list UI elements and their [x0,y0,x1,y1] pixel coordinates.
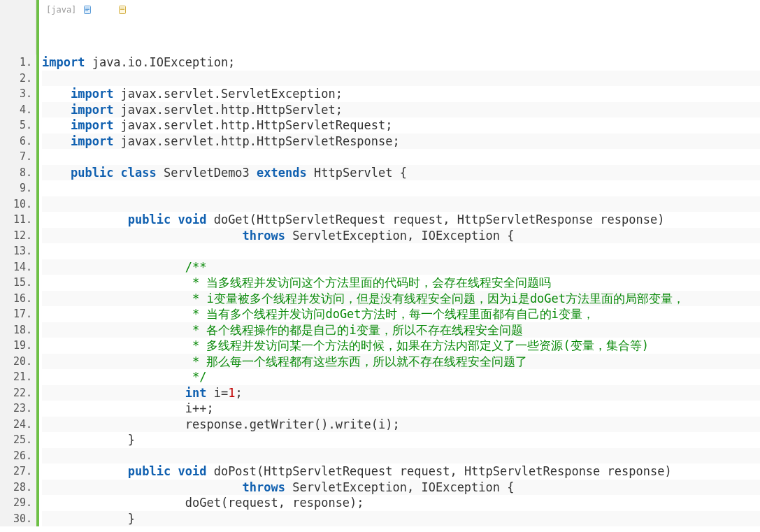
code-line[interactable]: int i=1; [42,385,760,401]
code-token-cmt: */ [185,370,207,384]
line-number: 24. [0,417,32,433]
code-token-kw: import [42,55,85,69]
code-editor[interactable]: [java] 1.2.3.4.5.6.7.8.9.10.11.12.13.14.… [36,0,760,526]
code-token-cmt: /** [185,260,207,274]
svg-rect-3 [85,10,88,11]
line-number: 11. [0,212,32,228]
code-token-txt: doPost(HttpServletRequest request, HttpS… [206,464,671,478]
line-number: 19. [0,338,32,354]
code-line[interactable]: public void doPost(HttpServletRequest re… [42,463,760,480]
code-line[interactable] [42,196,760,213]
line-number: 9. [0,180,32,196]
code-token-txt: javax.servlet.http.HttpServletResponse; [113,134,399,148]
code-line[interactable]: import javax.servlet.http.HttpServletReq… [42,117,760,134]
code-token-txt: ServletException, IOException { [285,229,515,243]
code-line[interactable]: public void doGet(HttpServletRequest req… [42,212,760,228]
line-number: 26. [0,448,32,464]
code-line[interactable]: import javax.servlet.http.HttpServletRes… [42,134,760,150]
code-line[interactable]: * 当有多个线程并发访问doGet方法时，每一个线程里面都有自己的i变量， [42,306,760,322]
code-token-cmt: * i变量被多个线程并发访问，但是没有线程安全问题，因为i是doGet方法里面的… [185,292,684,305]
code-content[interactable]: import java.io.IOException; import javax… [36,55,760,526]
code-line[interactable]: * 当多线程并发访问这个方法里面的代码时，会存在线程安全问题吗 [42,275,760,291]
code-token-num: 1 [228,386,235,400]
line-number: 5. [0,117,32,134]
svg-rect-2 [85,9,89,10]
svg-rect-6 [120,9,124,10]
code-token-txt: HttpServlet { [307,166,407,180]
language-label: [java] [46,5,76,15]
line-number: 6. [0,134,32,150]
code-token-txt: javax.servlet.http.HttpServlet; [113,103,343,117]
code-token-kw: throws [243,480,285,494]
code-line[interactable] [42,180,760,196]
code-line[interactable]: import javax.servlet.ServletException; [42,86,760,102]
code-token-cmt: * 当有多个线程并发访问doGet方法时，每一个线程里面都有自己的i变量， [185,307,594,321]
code-token-kw: int [185,386,207,400]
code-token-kw: public void [128,213,207,227]
code-line[interactable]: throws ServletException, IOException { [42,228,760,244]
line-number: 17. [0,306,32,322]
line-number: 30. [0,511,32,527]
code-token-txt: doGet(request, response); [185,496,364,510]
code-line[interactable] [42,149,760,165]
code-token-kw: public void [128,464,207,478]
code-line[interactable]: i++; [42,401,760,417]
code-line[interactable] [42,448,760,464]
code-line[interactable]: /** [42,259,760,275]
copy-icon[interactable] [82,4,93,15]
line-number: 14. [0,259,32,275]
line-number: 10. [0,196,32,213]
code-token-txt: i++; [185,401,214,415]
code-line[interactable]: public class ServletDemo3 extends HttpSe… [42,165,760,181]
code-token-kw: extends [257,166,307,180]
line-number: 1. [0,55,32,71]
code-line[interactable]: throws ServletException, IOException { [42,480,760,496]
code-token-txt: ; [235,386,242,400]
code-line[interactable]: * 各个线程操作的都是自己的i变量，所以不存在线程安全问题 [42,322,760,338]
line-number: 18. [0,322,32,338]
code-token-cmt: * 多线程并发访问某一个方法的时候，如果在方法内部定义了一些资源(变量，集合等) [185,338,649,352]
code-line[interactable]: } [42,432,760,448]
code-token-cmt: * 那么每一个线程都有这些东西，所以就不存在线程安全问题了 [185,354,528,368]
line-number-gutter: 1.2.3.4.5.6.7.8.9.10.11.12.13.14.15.16.1… [0,55,36,526]
code-token-txt: i= [206,386,228,400]
code-line[interactable]: * 那么每一个线程都有这些东西，所以就不存在线程安全问题了 [42,354,760,370]
line-number: 29. [0,495,32,511]
code-token-txt: javax.servlet.http.HttpServletRequest; [113,118,392,132]
line-number: 4. [0,102,32,118]
editor-toolbar: [java] [39,0,760,20]
code-line[interactable]: * i变量被多个线程并发访问，但是没有线程安全问题，因为i是doGet方法里面的… [42,291,760,307]
code-token-txt: ServletDemo3 [157,166,257,180]
code-line[interactable]: } [42,511,760,527]
code-line[interactable]: response.getWriter().write(i); [42,417,760,433]
code-line[interactable]: import java.io.IOException; [42,55,760,71]
line-number: 2. [0,71,32,87]
code-token-txt: javax.servlet.ServletException; [113,87,343,101]
code-token-kw: import [71,103,113,117]
code-line[interactable]: * 多线程并发访问某一个方法的时候，如果在方法内部定义了一些资源(变量，集合等) [42,338,760,354]
line-number: 3. [0,86,32,102]
line-number: 23. [0,401,32,417]
line-number: 7. [0,149,32,165]
code-line[interactable] [42,71,760,87]
line-number: 16. [0,291,32,307]
code-token-txt: ServletException, IOException { [285,480,515,494]
line-number: 21. [0,369,32,385]
line-number: 12. [0,228,32,244]
code-container: 1.2.3.4.5.6.7.8.9.10.11.12.13.14.15.16.1… [39,55,760,526]
paste-icon[interactable] [117,4,128,15]
line-number: 28. [0,480,32,496]
code-line[interactable]: doGet(request, response); [42,495,760,511]
code-line[interactable] [42,243,760,259]
svg-rect-1 [85,8,89,8]
code-line[interactable]: */ [42,369,760,385]
line-number: 27. [0,463,32,480]
code-token-txt: } [128,433,135,447]
code-token-kw: import [71,134,113,148]
line-number: 22. [0,385,32,401]
code-line[interactable]: import javax.servlet.http.HttpServlet; [42,102,760,118]
svg-rect-5 [120,8,124,8]
line-number: 15. [0,275,32,291]
code-token-kw: import [71,87,113,101]
line-number: 20. [0,354,32,370]
